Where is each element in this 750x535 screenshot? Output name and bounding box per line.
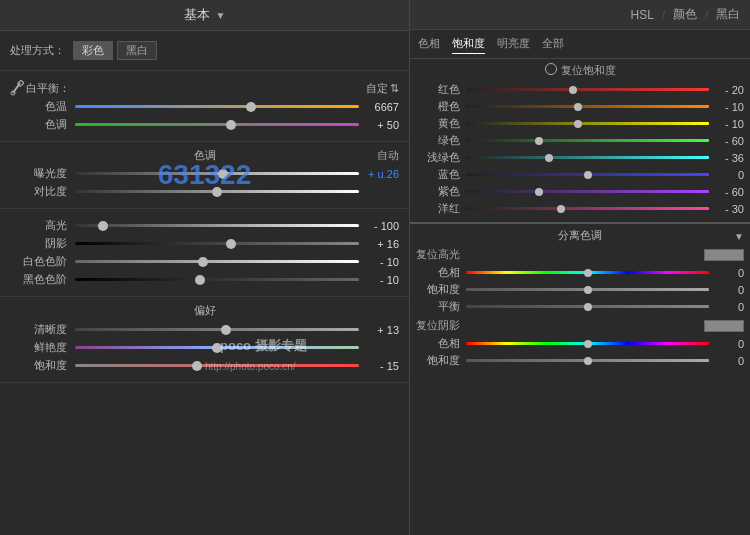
hsl-slider-blue[interactable]: [466, 170, 709, 180]
contrast-row: 对比度: [10, 184, 399, 199]
contrast-label: 对比度: [10, 184, 75, 199]
blacks-label: 黑色色阶: [10, 272, 75, 287]
hsl-label-red: 红色: [416, 82, 466, 97]
hsl-row-green: 绿色 - 60: [416, 133, 744, 148]
clarity-label: 清晰度: [10, 322, 75, 337]
tint-value: + 50: [359, 119, 399, 131]
preference-title: 偏好: [194, 303, 216, 318]
split-highlight-color[interactable]: [704, 249, 744, 261]
whites-value: - 10: [359, 256, 399, 268]
exposure-slider[interactable]: [75, 167, 359, 181]
hsl-slider-red[interactable]: [466, 85, 709, 95]
vibrance-slider[interactable]: [75, 341, 359, 355]
split-highlight-reset-row: 复位高光: [416, 247, 744, 262]
split-toning-section: 分离色调 ▼ 复位高光 色相 0: [410, 222, 750, 374]
hsl-value-blue: 0: [709, 169, 744, 181]
hsl-slider-orange[interactable]: [466, 102, 709, 112]
hsl-label-yellow: 黄色: [416, 116, 466, 131]
hsl-reset-button[interactable]: 复位饱和度: [561, 63, 616, 78]
split-shadow-hue-label: 色相: [416, 336, 466, 351]
split-hue-value: 0: [709, 267, 744, 279]
highlights-label: 高光: [10, 218, 75, 233]
main-container: 基本 ▼ 处理方式： 彩色 黑白 白平衡：: [0, 0, 750, 535]
right-panel: HSL / 颜色 / 黑白 色相 饱和度 明亮度 全部 复位饱和度 红色: [410, 0, 750, 535]
split-hue-slider[interactable]: [466, 268, 709, 278]
hsl-value-aqua: - 36: [709, 152, 744, 164]
hsl-label-aqua: 浅绿色: [416, 150, 466, 165]
split-shadow-reset[interactable]: 复位阴影: [416, 318, 460, 333]
hsl-value-red: - 20: [709, 84, 744, 96]
hsl-value-yellow: - 10: [709, 118, 744, 130]
tab-saturation[interactable]: 饱和度: [452, 34, 485, 54]
shadows-label: 阴影: [10, 236, 75, 251]
color-button[interactable]: 彩色: [73, 41, 113, 60]
tab-hue[interactable]: 色相: [418, 34, 440, 54]
nav-hsl[interactable]: HSL: [631, 8, 654, 22]
tab-all[interactable]: 全部: [542, 34, 564, 54]
contrast-slider[interactable]: [75, 185, 359, 199]
split-dropdown-arrow[interactable]: ▼: [734, 231, 744, 242]
highlights-value: - 100: [359, 220, 399, 232]
blacks-slider[interactable]: [75, 273, 359, 287]
hsl-value-green: - 60: [709, 135, 744, 147]
wb-value: 自定 ⇅: [366, 81, 399, 96]
dropper-icon[interactable]: [10, 80, 26, 96]
split-sat-value: 0: [709, 284, 744, 296]
split-shadow-sat-label: 饱和度: [416, 353, 466, 368]
saturation-slider[interactable]: [75, 359, 359, 373]
shadows-value: + 16: [359, 238, 399, 250]
nav-color[interactable]: 颜色: [673, 6, 697, 23]
saturation-label: 饱和度: [10, 358, 75, 373]
hsl-row-blue: 蓝色 0: [416, 167, 744, 182]
hsl-slider-green[interactable]: [466, 136, 709, 146]
hsl-row-aqua: 浅绿色 - 36: [416, 150, 744, 165]
split-balance-slider[interactable]: [466, 302, 709, 312]
tab-brightness[interactable]: 明亮度: [497, 34, 530, 54]
bw-button[interactable]: 黑白: [117, 41, 157, 60]
hsl-label-blue: 蓝色: [416, 167, 466, 182]
shadows-slider[interactable]: [75, 237, 359, 251]
left-panel-header: 基本 ▼: [0, 0, 409, 31]
hsl-reset-row: 复位饱和度: [416, 63, 744, 78]
clarity-value: + 13: [359, 324, 399, 336]
hsl-row-purple: 紫色 - 60: [416, 184, 744, 199]
auto-button[interactable]: 自动: [377, 149, 399, 161]
tint-slider[interactable]: [75, 118, 359, 132]
split-shadow-reset-row: 复位阴影: [416, 318, 744, 333]
nav-bw[interactable]: 黑白: [716, 6, 740, 23]
split-highlight-reset[interactable]: 复位高光: [416, 247, 460, 262]
highlights-slider[interactable]: [75, 219, 359, 233]
hsl-slider-yellow[interactable]: [466, 119, 709, 129]
whites-slider[interactable]: [75, 255, 359, 269]
split-shadow-color[interactable]: [704, 320, 744, 332]
clarity-slider[interactable]: [75, 323, 359, 337]
hsl-label-orange: 橙色: [416, 99, 466, 114]
hs-section: 高光 - 100 阴影 + 16 白色色: [0, 209, 409, 297]
split-shadow-sat-slider[interactable]: [466, 356, 709, 366]
process-row: 处理方式： 彩色 黑白: [10, 41, 399, 60]
split-balance-row: 平衡 0: [416, 299, 744, 314]
hsl-circle-icon: [545, 63, 557, 75]
left-panel-dropdown-arrow[interactable]: ▼: [216, 10, 226, 21]
hsl-slider-aqua[interactable]: [466, 153, 709, 163]
split-title: 分离色调: [558, 228, 602, 243]
hsl-slider-magenta[interactable]: [466, 204, 709, 214]
blacks-row: 黑色色阶 - 10: [10, 272, 399, 287]
saturation-value: - 15: [359, 360, 399, 372]
sep2: /: [705, 9, 708, 21]
wb-dropdown-arrow[interactable]: ⇅: [390, 82, 399, 95]
temp-slider[interactable]: [75, 100, 359, 114]
split-header: 分离色调 ▼: [416, 228, 744, 243]
split-sat-slider[interactable]: [466, 285, 709, 295]
wb-label: 白平衡：: [26, 81, 366, 96]
hsl-section: 复位饱和度 红色 - 20 橙色 - 10: [410, 59, 750, 222]
hsl-slider-purple[interactable]: [466, 187, 709, 197]
split-shadow-hue-slider[interactable]: [466, 339, 709, 349]
tint-row: 色调 + 50: [10, 117, 399, 132]
split-sat-label: 饱和度: [416, 282, 466, 297]
split-balance-label: 平衡: [416, 299, 466, 314]
wb-section: 白平衡： 自定 ⇅ 色温 6667 色调: [0, 71, 409, 142]
hsl-row-yellow: 黄色 - 10: [416, 116, 744, 131]
left-panel: 基本 ▼ 处理方式： 彩色 黑白 白平衡：: [0, 0, 410, 535]
left-panel-title: 基本: [184, 6, 210, 24]
